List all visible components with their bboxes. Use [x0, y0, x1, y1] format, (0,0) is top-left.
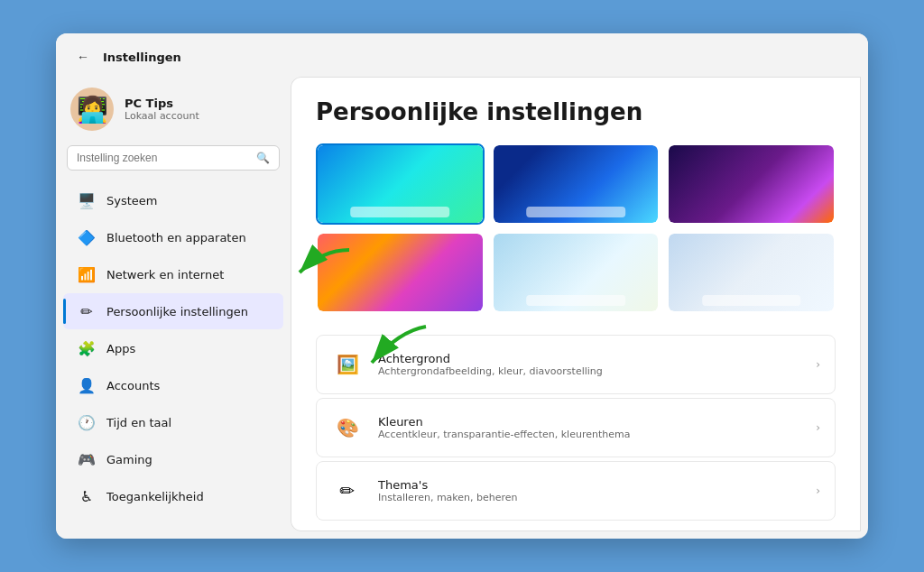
settings-icon-achtergrond: 🖼️: [331, 348, 364, 381]
nav-icon-persoonlijk: ✏️: [78, 302, 96, 320]
sidebar-item-persoonlijk[interactable]: ✏️ Persoonlijke instellingen: [63, 293, 283, 329]
nav-icon-systeem: 🖥️: [78, 191, 96, 209]
nav-icon-toegankelijkheid: ♿: [78, 487, 96, 505]
user-name: PC Tips: [125, 97, 199, 110]
sidebar-item-accounts[interactable]: 👤 Accounts: [63, 367, 283, 403]
settings-text-kleuren: Kleuren Accentkleur, transparantie-effec…: [378, 415, 630, 440]
wallpaper-thumb-6[interactable]: [667, 232, 836, 313]
back-button[interactable]: ←: [70, 44, 96, 69]
sidebar-item-bluetooth[interactable]: 🔷 Bluetooth en apparaten: [63, 219, 283, 255]
settings-desc-kleuren: Accentkleur, transparantie-effecten, kle…: [378, 429, 630, 440]
nav-icon-apps: 🧩: [78, 339, 96, 357]
nav-icon-tijd: 🕐: [78, 413, 96, 431]
wallpaper-grid: [316, 143, 836, 313]
nav-list: 🖥️ Systeem 🔷 Bluetooth en apparaten 📶 Ne…: [56, 181, 291, 515]
settings-window: ← Instellingen 👩‍💻 PC Tips Lokaal accoun…: [56, 33, 868, 539]
settings-desc-themas: Installeren, maken, beheren: [378, 492, 518, 503]
sidebar-item-tijd[interactable]: 🕐 Tijd en taal: [63, 404, 283, 440]
settings-item-achtergrond[interactable]: 🖼️ Achtergrond Achtergrondafbeelding, kl…: [316, 335, 836, 394]
nav-label-accounts: Accounts: [106, 379, 160, 392]
user-account-type: Lokaal account: [125, 110, 199, 122]
nav-label-persoonlijk: Persoonlijke instellingen: [106, 305, 248, 318]
wallpaper-thumb-4[interactable]: [316, 232, 485, 313]
nav-label-toegankelijkheid: Toegankelijkheid: [106, 490, 204, 503]
sidebar-item-gaming[interactable]: 🎮 Gaming: [63, 441, 283, 477]
title-bar: ← Instellingen: [56, 33, 868, 69]
settings-icon-kleuren: 🎨: [331, 411, 364, 444]
nav-label-gaming: Gaming: [106, 453, 152, 466]
nav-label-systeem: Systeem: [106, 194, 157, 208]
user-section[interactable]: 👩‍💻 PC Tips Lokaal account: [56, 80, 291, 145]
main-content: Persoonlijke instellingen: [291, 77, 861, 531]
content-area: 👩‍💻 PC Tips Lokaal account 🔍 🖥️ Systeem: [56, 69, 868, 539]
nav-icon-netwerk: 📶: [78, 265, 96, 283]
sidebar-item-systeem[interactable]: 🖥️ Systeem: [63, 182, 283, 218]
wallpaper-thumb-3[interactable]: [667, 143, 836, 225]
nav-label-netwerk: Netwerk en internet: [106, 268, 224, 281]
settings-arrow-kleuren: ›: [816, 421, 820, 434]
settings-item-themas[interactable]: ✏️ Thema's Installeren, maken, beheren ›: [316, 461, 836, 521]
wallpaper-thumb-1[interactable]: [316, 143, 485, 225]
nav-label-tijd: Tijd en taal: [106, 416, 171, 429]
sidebar-item-toegankelijkheid[interactable]: ♿ Toegankelijkheid: [63, 478, 283, 514]
nav-icon-bluetooth: 🔷: [78, 228, 96, 246]
settings-icon-themas: ✏️: [331, 475, 364, 507]
avatar: 👩‍💻: [70, 88, 114, 131]
avatar-emoji: 👩‍💻: [77, 95, 108, 125]
page-title: Persoonlijke instellingen: [316, 98, 836, 125]
window-title: Instellingen: [103, 51, 181, 64]
wallpaper-thumb-5[interactable]: [492, 232, 661, 313]
search-input[interactable]: [77, 152, 249, 164]
nav-icon-gaming: 🎮: [78, 450, 96, 468]
wallpaper-thumb-2[interactable]: [492, 143, 661, 225]
back-icon: ←: [77, 50, 89, 64]
search-box[interactable]: 🔍: [67, 145, 280, 171]
settings-list: 🖼️ Achtergrond Achtergrondafbeelding, kl…: [316, 335, 836, 524]
settings-title-themas: Thema's: [378, 478, 518, 492]
user-info: PC Tips Lokaal account: [125, 97, 199, 122]
search-icon: 🔍: [256, 152, 270, 164]
nav-icon-accounts: 👤: [78, 376, 96, 394]
sidebar: 👩‍💻 PC Tips Lokaal account 🔍 🖥️ Systeem: [56, 69, 291, 539]
sidebar-item-netwerk[interactable]: 📶 Netwerk en internet: [63, 256, 283, 292]
nav-label-apps: Apps: [106, 342, 135, 355]
settings-title-achtergrond: Achtergrond: [378, 352, 603, 365]
settings-title-kleuren: Kleuren: [378, 415, 630, 429]
settings-item-kleuren[interactable]: 🎨 Kleuren Accentkleur, transparantie-eff…: [316, 398, 836, 457]
settings-desc-achtergrond: Achtergrondafbeelding, kleur, diavoorste…: [378, 365, 603, 377]
sidebar-item-apps[interactable]: 🧩 Apps: [63, 330, 283, 366]
settings-arrow-achtergrond: ›: [816, 358, 820, 371]
nav-label-bluetooth: Bluetooth en apparaten: [106, 231, 246, 244]
settings-text-themas: Thema's Installeren, maken, beheren: [378, 478, 518, 503]
settings-text-achtergrond: Achtergrond Achtergrondafbeelding, kleur…: [378, 352, 603, 377]
settings-arrow-themas: ›: [816, 484, 820, 497]
